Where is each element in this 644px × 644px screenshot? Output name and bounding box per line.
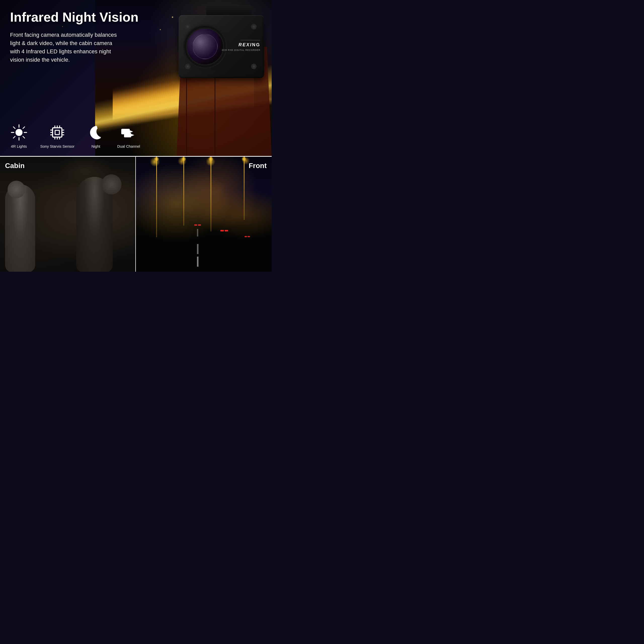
brand-slot bbox=[240, 39, 260, 41]
light-glow-1 bbox=[150, 157, 160, 167]
cabin-label: Cabin bbox=[5, 162, 25, 170]
brand-model: 2CH FHD DIGITAL RECORDER bbox=[222, 49, 260, 51]
tail-light bbox=[220, 230, 224, 231]
svg-line-5 bbox=[13, 127, 15, 129]
person-silhouette-left bbox=[5, 184, 35, 272]
brand-name: REXING bbox=[238, 42, 260, 48]
tail-light bbox=[194, 224, 197, 226]
feature-night: Night bbox=[87, 124, 105, 148]
camera-housing: REXING 2CH FHD DIGITAL RECORDER bbox=[179, 15, 264, 78]
front-panel: Front bbox=[136, 157, 272, 272]
street-light-1 bbox=[156, 157, 157, 237]
front-label: Front bbox=[249, 162, 267, 170]
tail-light bbox=[225, 230, 228, 231]
features-row: 4R Lights bbox=[10, 124, 140, 148]
camera-image: REXING 2CH FHD DIGITAL RECORDER bbox=[169, 5, 264, 86]
car-tail-lights-1 bbox=[220, 230, 228, 231]
front-photo bbox=[136, 157, 272, 272]
sun-icon bbox=[10, 124, 28, 141]
lens-inner bbox=[192, 34, 218, 59]
ir-led-bottom-right bbox=[251, 64, 257, 69]
moon-icon bbox=[87, 124, 105, 141]
ir-led-top-right bbox=[251, 24, 257, 29]
svg-rect-25 bbox=[124, 133, 131, 137]
feature-dual-channel: Dual Channel bbox=[117, 124, 140, 148]
svg-point-0 bbox=[15, 129, 22, 136]
description-text: Front facing camera automatically balanc… bbox=[10, 31, 121, 64]
cabin-photo bbox=[0, 157, 135, 272]
page-title: Infrared Night Vision bbox=[10, 10, 139, 24]
camera-body: REXING 2CH FHD DIGITAL RECORDER bbox=[169, 5, 264, 86]
svg-rect-9 bbox=[53, 128, 62, 137]
cabin-panel: Cabin bbox=[0, 157, 136, 272]
street-light-2 bbox=[183, 157, 184, 226]
car-tail-lights-2 bbox=[194, 224, 201, 226]
camera-lens bbox=[186, 28, 224, 65]
road-marking-1 bbox=[197, 257, 198, 267]
street-light-3 bbox=[211, 157, 211, 231]
feature-sony-starvis: Sony Starvis Sensor bbox=[40, 124, 74, 148]
svg-line-6 bbox=[23, 136, 25, 138]
feature-label-sony-starvis: Sony Starvis Sensor bbox=[40, 144, 74, 148]
feature-label-4r-lights: 4R Lights bbox=[11, 144, 27, 148]
car-tail-lights-3 bbox=[245, 236, 250, 237]
street-light-4 bbox=[244, 157, 245, 220]
svg-rect-10 bbox=[55, 130, 59, 135]
head-left bbox=[8, 181, 25, 198]
top-section: Infrared Night Vision Front facing camer… bbox=[0, 0, 272, 156]
brand-area: REXING 2CH FHD DIGITAL RECORDER bbox=[222, 39, 260, 51]
chip-icon bbox=[49, 124, 66, 141]
light-glow-2 bbox=[178, 157, 186, 166]
tail-light bbox=[248, 236, 250, 237]
road-marking-3 bbox=[197, 229, 198, 236]
cabin-light bbox=[60, 157, 110, 182]
road-marking-2 bbox=[197, 244, 198, 254]
bottom-section: Cabin bbox=[0, 156, 272, 272]
svg-marker-26 bbox=[131, 134, 134, 136]
tail-light bbox=[198, 224, 201, 226]
feature-label-night: Night bbox=[91, 144, 100, 148]
ir-led-top-left bbox=[185, 24, 190, 29]
dual-channel-icon bbox=[120, 124, 137, 141]
feature-4r-lights: 4R Lights bbox=[10, 124, 28, 148]
svg-line-8 bbox=[13, 136, 15, 138]
svg-line-7 bbox=[23, 127, 25, 129]
svg-marker-24 bbox=[130, 130, 133, 133]
ir-led-bottom-left bbox=[185, 64, 190, 69]
light-glow-3 bbox=[206, 157, 215, 166]
feature-label-dual-channel: Dual Channel bbox=[117, 144, 140, 148]
top-content: Infrared Night Vision Front facing camer… bbox=[0, 0, 149, 74]
tail-light bbox=[245, 236, 247, 237]
